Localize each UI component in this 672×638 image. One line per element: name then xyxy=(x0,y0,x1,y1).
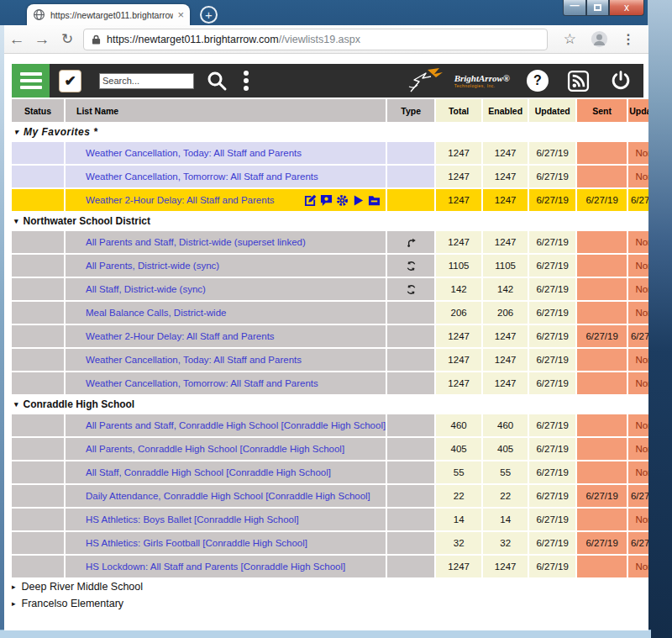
enabled-cell: 142 xyxy=(483,278,528,300)
sent-cell xyxy=(577,166,627,187)
back-button[interactable]: ← xyxy=(4,30,29,49)
list-link[interactable]: All Staff, District-wide (sync) xyxy=(86,284,206,294)
total-cell: 206 xyxy=(436,302,481,324)
brightarrow-logo: BrightArrow® Technologies, Inc. xyxy=(406,66,510,95)
sent-cell xyxy=(577,509,627,530)
sent-updated-cell: None xyxy=(628,509,648,530)
forward-button[interactable]: → xyxy=(29,30,55,49)
column-header-enabled[interactable]: Enabled xyxy=(483,99,528,122)
list-link[interactable]: All Parents, Conraddle High School [Conr… xyxy=(86,444,344,454)
search-input[interactable] xyxy=(99,73,194,89)
window-frame-bottom xyxy=(0,630,651,638)
app-menu-kebab-icon[interactable] xyxy=(244,71,249,91)
profile-avatar-icon[interactable] xyxy=(591,30,608,48)
sent-updated-cell: None xyxy=(628,231,648,253)
tab-close-icon[interactable]: × xyxy=(177,9,184,20)
collapse-triangle-icon[interactable]: ▾ xyxy=(14,217,18,225)
group-title: Francelso Elementary xyxy=(22,598,124,609)
total-cell: 1247 xyxy=(436,349,481,371)
collapse-triangle-icon[interactable]: ▾ xyxy=(14,400,18,409)
rss-feed-icon[interactable] xyxy=(567,70,590,92)
list-link[interactable]: All Parents and Staff, Conraddle High Sc… xyxy=(86,420,386,430)
list-link[interactable]: Daily Attendance, Conraddle High School … xyxy=(86,491,370,501)
sent-cell xyxy=(577,438,627,460)
list-link[interactable]: All Parents, District-wide (sync) xyxy=(86,261,219,271)
folder-icon[interactable] xyxy=(368,194,381,207)
browser-toolbar: ← → ↻ https://newtarget011.brightarrow.c… xyxy=(4,25,648,54)
updated-cell: 6/27/19 xyxy=(529,189,575,211)
column-header-list-name[interactable]: List Name xyxy=(66,99,386,122)
expand-triangle-icon[interactable]: ▸ xyxy=(12,583,16,591)
total-cell: 1247 xyxy=(436,189,481,211)
hamburger-menu-button[interactable] xyxy=(12,64,50,98)
edit-icon[interactable] xyxy=(304,194,317,207)
type-cell xyxy=(387,231,434,253)
list-link[interactable]: All Parents and Staff, District-wide (su… xyxy=(86,237,306,247)
play-icon[interactable] xyxy=(352,194,365,207)
column-header-updated[interactable]: Updated xyxy=(529,99,575,122)
group-header-expanded[interactable]: ▾Northwater School District xyxy=(12,213,648,229)
list-link[interactable]: HS Lockdown: All Staff and Parents [Conr… xyxy=(86,562,345,572)
group-header-collapsed[interactable]: ▸Deep River Middle School xyxy=(12,579,648,594)
address-bar[interactable]: https://newtarget011.brightarrow.com //v… xyxy=(83,29,548,50)
maximize-icon xyxy=(594,4,601,11)
type-cell xyxy=(387,509,434,530)
bookmark-star-icon[interactable]: ☆ xyxy=(564,30,576,48)
updated-cell: 6/27/19 xyxy=(529,302,575,324)
total-cell: 32 xyxy=(436,532,481,554)
column-header-type[interactable]: Type xyxy=(387,99,434,122)
enabled-cell: 1247 xyxy=(483,231,528,253)
list-link[interactable]: All Staff, Conraddle High School [Conrad… xyxy=(86,467,331,477)
list-name-cell: HS Athletics: Girls Football [Conraddle … xyxy=(66,532,386,554)
search-icon[interactable] xyxy=(206,70,228,92)
enabled-cell: 1247 xyxy=(483,372,528,394)
list-link[interactable]: Meal Balance Calls, District-wide xyxy=(86,308,226,318)
type-cell xyxy=(387,372,434,394)
settings-icon[interactable] xyxy=(336,194,349,207)
group-title: Conraddle High School xyxy=(24,398,135,410)
list-name-cell: All Parents and Staff, Conraddle High Sc… xyxy=(66,414,386,436)
expand-triangle-icon[interactable]: ▸ xyxy=(12,599,16,608)
list-name-cell: All Parents and Staff, District-wide (su… xyxy=(66,231,386,253)
updated-cell: 6/27/19 xyxy=(529,485,575,507)
sent-cell xyxy=(577,231,627,253)
updated-cell: 6/27/19 xyxy=(529,349,575,371)
list-link[interactable]: Weather 2-Hour Delay: All Staff and Pare… xyxy=(86,331,275,341)
browser-titlebar: https://newtarget011.brightarrow × + — x xyxy=(0,0,672,25)
sent-updated-cell: None xyxy=(628,142,648,164)
list-link[interactable]: Weather Cancellation, Tomorrow: All Staf… xyxy=(86,171,318,182)
column-header-sent[interactable]: Sent xyxy=(577,99,627,122)
secure-lock-icon xyxy=(92,34,101,45)
updated-cell: 6/27/19 xyxy=(529,325,575,347)
sent-cell xyxy=(577,414,627,436)
lists-table: StatusList NameTypeTotalEnabledUpdatedSe… xyxy=(12,99,643,611)
column-header-total[interactable]: Total xyxy=(436,99,481,122)
group-header-collapsed[interactable]: ▸Francelso Elementary xyxy=(12,596,648,611)
status-cell xyxy=(12,556,64,577)
power-logout-icon[interactable] xyxy=(610,70,632,92)
list-name-cell: Daily Attendance, Conraddle High School … xyxy=(66,485,386,507)
collapse-triangle-icon[interactable]: ▾ xyxy=(14,128,18,136)
group-header-expanded[interactable]: ▾Conraddle High School xyxy=(12,396,648,413)
maximize-button[interactable] xyxy=(586,0,609,16)
column-header-updated-2[interactable]: Updated xyxy=(628,99,648,122)
list-link[interactable]: HS Athletics: Girls Football [Conraddle … xyxy=(86,538,307,548)
group-header-expanded[interactable]: ▾My Favorites * xyxy=(12,124,648,140)
type-cell xyxy=(387,302,434,324)
sent-cell xyxy=(577,372,627,394)
new-tab-button[interactable]: + xyxy=(200,6,218,24)
browser-menu-icon[interactable]: ⋮ xyxy=(622,31,635,47)
list-link[interactable]: Weather Cancellation, Today: All Staff a… xyxy=(86,355,302,365)
column-header-status[interactable]: Status xyxy=(12,99,64,122)
list-link[interactable]: Weather Cancellation, Tomorrow: All Staf… xyxy=(86,378,318,388)
refresh-button[interactable]: ↻ xyxy=(55,30,80,48)
close-button[interactable]: x xyxy=(609,0,644,16)
help-button[interactable]: ? xyxy=(527,70,549,92)
comment-icon[interactable] xyxy=(320,194,333,207)
list-link[interactable]: HS Athletics: Boys Ballet [Conraddle Hig… xyxy=(86,514,299,525)
minimize-button[interactable]: — xyxy=(563,0,586,16)
select-checkbox-button[interactable]: ✔ xyxy=(59,70,81,92)
list-link[interactable]: Weather Cancellation, Today: All Staff a… xyxy=(86,148,302,158)
list-link[interactable]: Weather 2-Hour Delay: All Staff and Pare… xyxy=(86,195,275,205)
browser-tab[interactable]: https://newtarget011.brightarrow × xyxy=(27,4,190,25)
